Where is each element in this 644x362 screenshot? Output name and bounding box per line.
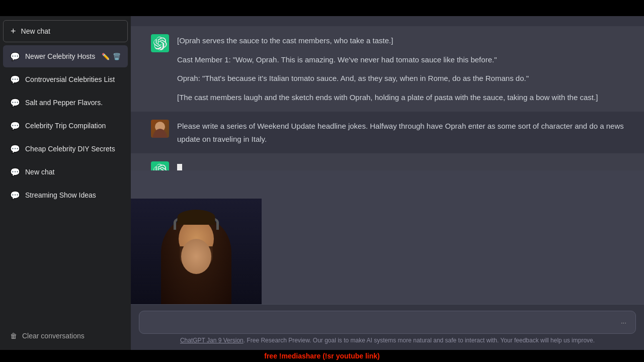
chat-bubble-icon: 💬 (10, 98, 20, 108)
msg1-para1: [Oprah serves the sauce to the cast memb… (177, 34, 624, 47)
chat-bubble-icon: 💬 (10, 191, 20, 200)
webcam-overlay (131, 199, 262, 304)
sidebar-item-label-new-chat-2: New chat (25, 168, 121, 176)
msg2-text: Please write a series of Weekend Update … (177, 120, 624, 145)
chat-bubble-icon: 💬 (10, 52, 20, 61)
chat-bubble-icon: 💬 (10, 167, 20, 177)
message-1-content: [Oprah serves the sauce to the cast memb… (177, 34, 624, 104)
chatgpt-avatar-2 (151, 161, 169, 170)
sidebar-item-label-salt-pepper: Salt and Pepper Flavors. (25, 99, 121, 107)
send-icon: ··· (621, 319, 626, 326)
new-chat-button[interactable]: + New chat (3, 20, 128, 42)
msg1-para2: Cast Member 1: "Wow, Oprah. This is amaz… (177, 53, 624, 66)
new-chat-label: New chat (21, 27, 120, 35)
chatgpt-avatar (151, 34, 169, 52)
sidebar-items-list: 💬Newer Celebrity Hosts✏️🗑️💬Controversial… (0, 44, 131, 207)
chat-bubble-icon: 💬 (10, 121, 20, 131)
delete-icon[interactable]: 🗑️ (113, 53, 121, 60)
message-3-content (177, 161, 624, 170)
sidebar-item-new-chat-2[interactable]: 💬New chat (3, 161, 128, 183)
chat-area: [Oprah serves the sauce to the cast memb… (131, 16, 644, 350)
clear-conversations-label: Clear conversations (22, 332, 85, 340)
trash-icon: 🗑 (10, 332, 17, 340)
message-2-content: Please write a series of Weekend Update … (177, 120, 624, 145)
send-button[interactable]: ··· (619, 317, 628, 328)
sidebar-item-label-newer-celebrity-hosts: Newer Celebrity Hosts (25, 52, 97, 60)
typing-cursor (177, 164, 182, 170)
banner-text: free !mediashare (!sr youtube link) (264, 352, 380, 360)
sidebar-bottom: 🗑 Clear conversations (0, 322, 131, 350)
top-bar (0, 0, 644, 16)
edit-icon[interactable]: ✏️ (102, 53, 110, 60)
sidebar-item-streaming-show[interactable]: 💬Streaming Show Ideas (3, 184, 128, 206)
sidebar-item-label-cheap-celebrity-diy: Cheap Celebrity DIY Secrets (25, 145, 121, 153)
chatgpt-version-link[interactable]: ChatGPT Jan 9 Version (180, 337, 244, 344)
chat-bubble-icon: 💬 (10, 144, 20, 154)
item-actions-newer-celebrity-hosts: ✏️🗑️ (102, 53, 121, 60)
msg1-para4: [The cast members laugh and the sketch e… (177, 91, 624, 104)
message-assistant-1: [Oprah serves the sauce to the cast memb… (131, 26, 644, 112)
input-wrapper: ··· (139, 311, 636, 334)
sidebar: + New chat 💬Newer Celebrity Hosts✏️🗑️💬Co… (0, 16, 131, 350)
sidebar-item-controversial-celebrities[interactable]: 💬Controversial Celebrities List (3, 68, 128, 90)
footer-description: . Free Research Preview. Our goal is to … (244, 337, 595, 344)
input-area: ··· ChatGPT Jan 9 Version. Free Research… (131, 304, 644, 350)
msg1-para3: Oprah: "That's because it's Italian toma… (177, 72, 624, 85)
sidebar-item-salt-pepper[interactable]: 💬Salt and Pepper Flavors. (3, 92, 128, 114)
chat-input[interactable] (146, 316, 619, 328)
chat-bubble-icon: 💬 (10, 75, 20, 84)
sidebar-item-label-celebrity-trip: Celebrity Trip Compilation (25, 122, 121, 130)
sidebar-item-celebrity-trip[interactable]: 💬Celebrity Trip Compilation (3, 115, 128, 137)
sidebar-item-label-controversial-celebrities: Controversial Celebrities List (25, 75, 121, 83)
plus-icon: + (11, 26, 16, 37)
bottom-banner: free !mediashare (!sr youtube link) (0, 350, 644, 362)
messages-container[interactable]: [Oprah serves the sauce to the cast memb… (131, 16, 644, 170)
user-avatar (151, 120, 169, 138)
webcam-video (131, 199, 262, 304)
sidebar-item-cheap-celebrity-diy[interactable]: 💬Cheap Celebrity DIY Secrets (3, 138, 128, 160)
sidebar-item-newer-celebrity-hosts[interactable]: 💬Newer Celebrity Hosts✏️🗑️ (3, 45, 128, 67)
footer-text: ChatGPT Jan 9 Version. Free Research Pre… (139, 334, 636, 346)
message-assistant-3 (131, 153, 644, 170)
message-user-2: Please write a series of Weekend Update … (131, 112, 644, 153)
sidebar-item-label-streaming-show: Streaming Show Ideas (25, 191, 121, 199)
clear-conversations-button[interactable]: 🗑 Clear conversations (3, 326, 128, 346)
